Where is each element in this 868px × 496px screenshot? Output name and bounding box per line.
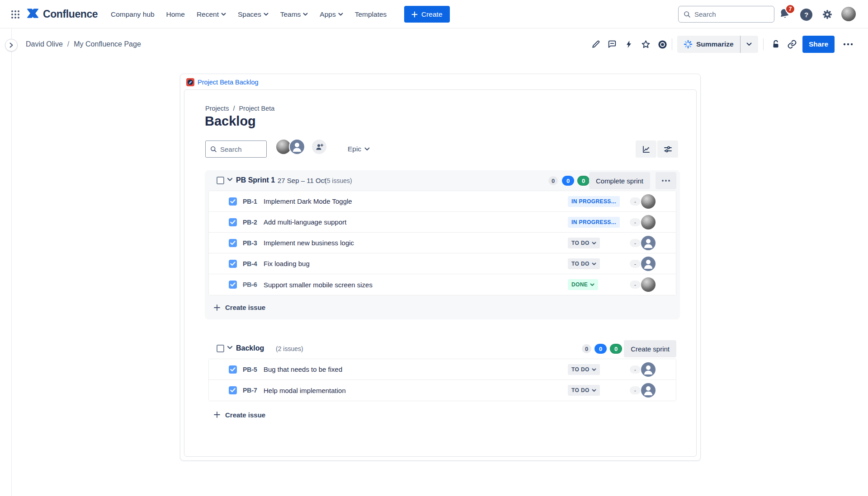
confluence-logo[interactable]: Confluence	[26, 6, 98, 22]
issue-summary[interactable]: Fix loading bug	[264, 260, 310, 267]
unlock-icon[interactable]	[769, 37, 783, 51]
epic-filter-dropdown[interactable]: Epic	[346, 140, 372, 158]
chevron-down-icon[interactable]	[227, 178, 233, 182]
backlog-name[interactable]: Backlog	[236, 344, 264, 352]
issue-checkbox[interactable]	[229, 218, 237, 226]
create-issue-button[interactable]: Create issue	[205, 403, 680, 426]
issue-status-dropdown[interactable]: TO DO	[568, 238, 600, 248]
breadcrumb-space-link[interactable]: David Olive	[26, 40, 63, 48]
issue-row[interactable]: PB-5 Bug that needs to be fixed TO DO -	[209, 359, 676, 380]
issue-checkbox[interactable]	[229, 239, 237, 247]
backlog-search[interactable]	[205, 140, 267, 158]
breadcrumb: David Olive / My Confluence Page	[26, 28, 141, 60]
help-icon[interactable]: ?	[800, 9, 812, 21]
issue-estimate[interactable]: -	[630, 281, 641, 289]
summarize-dropdown-button[interactable]	[740, 36, 758, 53]
nav-item-templates[interactable]: Templates	[355, 10, 387, 19]
issue-summary[interactable]: Implement new business logic	[264, 239, 354, 247]
issue-summary[interactable]: Implement Dark Mode Toggle	[264, 197, 352, 205]
member-avatar[interactable]	[276, 140, 291, 154]
view-settings-icon[interactable]	[657, 140, 678, 158]
issue-summary[interactable]: Help modal implementation	[264, 387, 346, 394]
nav-item-apps[interactable]: Apps	[320, 10, 343, 19]
issue-assignee-avatar[interactable]	[641, 257, 656, 271]
issue-status-dropdown[interactable]: IN PROGRESS...	[568, 217, 620, 228]
app-switcher-icon[interactable]	[9, 8, 22, 21]
nav-item-recent[interactable]: Recent	[197, 10, 226, 19]
issue-estimate[interactable]: -	[630, 260, 641, 268]
issue-assignee-avatar[interactable]	[641, 194, 656, 209]
issue-assignee-avatar[interactable]	[641, 215, 656, 229]
issue-row[interactable]: PB-1 Implement Dark Mode Toggle IN PROGR…	[209, 191, 676, 212]
global-search[interactable]	[678, 6, 774, 23]
more-actions-icon[interactable]	[839, 37, 857, 51]
issue-assignee-avatar[interactable]	[641, 383, 656, 398]
breadcrumb-project-link[interactable]: Project Beta	[239, 105, 274, 112]
issue-row[interactable]: PB-6 Support smaller mobile screen sizes…	[209, 274, 676, 295]
issue-status-dropdown[interactable]: DONE	[568, 279, 598, 290]
issue-summary[interactable]: Support smaller mobile screen sizes	[264, 281, 373, 289]
sidebar-expand-button[interactable]	[5, 39, 18, 51]
issue-row[interactable]: PB-4 Fix loading bug TO DO -	[209, 253, 676, 274]
embed-title-link[interactable]: Project Beta Backlog	[198, 79, 259, 86]
issue-checkbox[interactable]	[229, 281, 237, 289]
issue-estimate[interactable]: -	[630, 386, 641, 394]
sprint-more-icon[interactable]	[656, 172, 676, 189]
sprint-name[interactable]: PB Sprint 1	[236, 176, 275, 184]
backlog-search-input[interactable]	[220, 145, 259, 153]
global-search-input[interactable]	[694, 10, 762, 18]
issue-estimate[interactable]: -	[630, 197, 641, 206]
embed-header: Project Beta Backlog	[186, 78, 259, 87]
sprint-select-checkbox[interactable]	[217, 177, 224, 184]
nav-item-home[interactable]: Home	[166, 10, 185, 19]
issue-assignee-avatar[interactable]	[641, 236, 656, 250]
gear-icon[interactable]	[821, 8, 834, 21]
nav-item-company-hub[interactable]: Company hub	[111, 10, 155, 19]
issue-checkbox[interactable]	[229, 386, 237, 394]
issue-summary[interactable]: Add multi-language support	[264, 218, 346, 226]
complete-sprint-button[interactable]: Complete sprint	[589, 172, 650, 189]
issue-checkbox[interactable]	[229, 365, 237, 374]
issue-status-dropdown[interactable]: TO DO	[568, 364, 600, 375]
add-people-icon[interactable]	[312, 140, 326, 154]
issue-status-dropdown[interactable]: IN PROGRESS...	[568, 196, 620, 207]
user-avatar[interactable]	[841, 7, 856, 21]
create-issue-button[interactable]: Create issue	[205, 295, 680, 319]
issue-row[interactable]: PB-2 Add multi-language support IN PROGR…	[209, 212, 676, 233]
check-icon	[230, 220, 236, 225]
issue-row[interactable]: PB-3 Implement new business logic TO DO …	[209, 233, 676, 253]
sprint-issue-count: (5 issues)	[325, 177, 352, 184]
issue-assignee-avatar[interactable]	[641, 362, 656, 377]
comment-icon[interactable]	[605, 37, 619, 51]
create-sprint-button[interactable]: Create sprint	[624, 340, 676, 357]
summarize-button-group: Summarize	[677, 36, 758, 53]
issue-estimate[interactable]: -	[630, 239, 641, 247]
issue-assignee-avatar[interactable]	[641, 277, 656, 292]
issue-estimate[interactable]: -	[630, 218, 641, 226]
issue-checkbox[interactable]	[229, 197, 237, 206]
chevron-down-icon[interactable]	[227, 346, 233, 350]
issue-status-dropdown[interactable]: TO DO	[568, 385, 600, 396]
member-avatar[interactable]	[290, 140, 304, 154]
create-button[interactable]: Create	[404, 6, 450, 23]
insights-icon[interactable]	[636, 140, 656, 158]
breadcrumb-page-link[interactable]: My Confluence Page	[74, 40, 141, 48]
watch-icon[interactable]	[655, 37, 670, 51]
nav-item-spaces[interactable]: Spaces	[238, 10, 269, 19]
breadcrumb-projects-link[interactable]: Projects	[205, 105, 229, 112]
issue-summary[interactable]: Bug that needs to be fixed	[264, 365, 342, 373]
backlog-select-checkbox[interactable]	[217, 345, 224, 352]
issue-row[interactable]: PB-7 Help modal implementation TO DO -	[209, 380, 676, 401]
lightning-icon[interactable]	[622, 37, 636, 51]
share-button[interactable]: Share	[802, 36, 835, 53]
issue-key: PB-7	[243, 387, 263, 394]
nav-item-teams[interactable]: Teams	[280, 10, 308, 19]
edit-icon[interactable]	[589, 37, 603, 51]
issue-checkbox[interactable]	[229, 260, 237, 268]
notifications-button[interactable]: 7	[778, 7, 794, 23]
star-icon[interactable]	[638, 37, 653, 51]
issue-estimate[interactable]: -	[630, 365, 641, 374]
issue-status-dropdown[interactable]: TO DO	[568, 258, 600, 269]
link-icon[interactable]	[785, 37, 799, 51]
summarize-button[interactable]: Summarize	[677, 36, 740, 53]
